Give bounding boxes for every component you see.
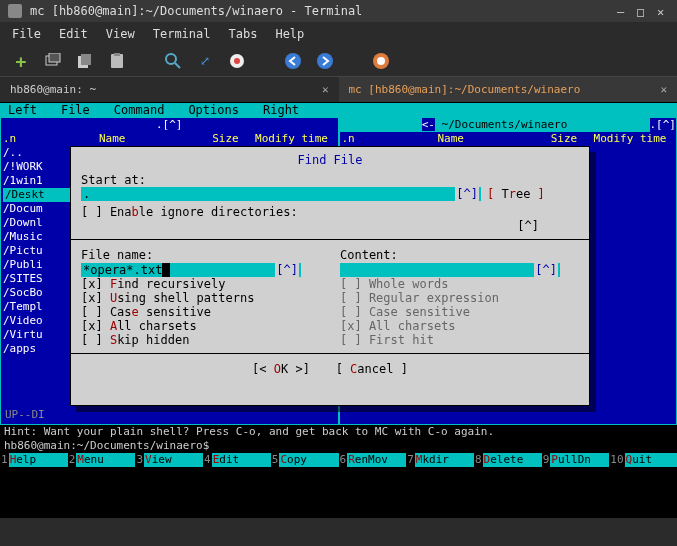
checkbox-option[interactable]: [x] Using shell patterns [81, 291, 320, 305]
fkey-3[interactable]: 3View [135, 453, 203, 467]
terminal-area: Left File Command Options Right .[^] .n … [0, 102, 677, 518]
close-button[interactable]: ✕ [657, 5, 669, 17]
fkey-1[interactable]: 1Help [0, 453, 68, 467]
fkey-9[interactable]: 9PullDn [542, 453, 610, 467]
search-icon[interactable] [164, 52, 182, 70]
find-file-dialog: Find File Start at: .[^] [ Tree ] [ ] En… [70, 146, 590, 406]
history-icon[interactable]: [^] [455, 187, 479, 201]
checkbox-option[interactable]: [x] All charsets [81, 319, 320, 333]
menu-view[interactable]: View [106, 27, 135, 41]
filename-label: File name: [81, 248, 320, 262]
menu-terminal[interactable]: Terminal [153, 27, 211, 41]
svg-point-6 [166, 54, 176, 64]
checkbox-option[interactable]: [ ] Skip hidden [81, 333, 320, 347]
new-window-icon[interactable] [44, 52, 62, 70]
left-footer: UP--DI [1, 406, 49, 424]
checkbox-option[interactable]: [ ] Case sensitive [340, 305, 579, 319]
svg-rect-3 [81, 54, 91, 65]
fkey-7[interactable]: 7Mkdir [406, 453, 474, 467]
menu-tabs[interactable]: Tabs [229, 27, 258, 41]
left-columns: .n Name Size Modify time [1, 132, 338, 146]
mc-menu-options[interactable]: Options [188, 103, 239, 117]
window-title: mc [hb860@main]:~/Documents/winaero - Te… [30, 4, 609, 18]
fkey-10[interactable]: 10Quit [609, 453, 677, 467]
tab-inactive[interactable]: hb860@main: ~ ✕ [0, 77, 339, 102]
paste-icon[interactable] [108, 52, 126, 70]
checkbox-option[interactable]: [x] All charsets [340, 319, 579, 333]
dialog-title: Find File [81, 153, 579, 167]
cancel-button[interactable]: [ Cancel ] [334, 362, 410, 376]
svg-rect-1 [49, 53, 60, 62]
ignore-dirs-checkbox[interactable]: [ ] Enable ignore directories: [81, 205, 298, 219]
forward-icon[interactable] [316, 52, 334, 70]
content-label: Content: [340, 248, 579, 262]
tab-label: mc [hb860@main]:~/Documents/winaero [349, 83, 581, 96]
fkey-5[interactable]: 5Copy [271, 453, 339, 467]
app-menubar: File Edit View Terminal Tabs Help [0, 22, 677, 46]
svg-point-13 [377, 57, 385, 65]
hint-bar: Hint: Want your plain shell? Press C-o, … [0, 425, 677, 439]
menu-help[interactable]: Help [275, 27, 304, 41]
app-icon [8, 4, 22, 18]
svg-point-10 [285, 53, 301, 69]
checkbox-option[interactable]: [ ] Regular expression [340, 291, 579, 305]
terminal-tabs: hb860@main: ~ ✕ mc [hb860@main]:~/Docume… [0, 76, 677, 102]
close-tab-icon[interactable]: ✕ [322, 83, 329, 96]
right-path: <- ~/Documents/winaero .[^] [340, 118, 677, 132]
preferences-icon[interactable] [228, 52, 246, 70]
svg-rect-4 [111, 54, 123, 68]
maximize-button[interactable]: □ [637, 5, 649, 17]
svg-point-9 [234, 58, 240, 64]
mc-menubar: Left File Command Options Right [0, 103, 677, 117]
content-input[interactable]: [^] [340, 263, 560, 277]
shell-prompt[interactable]: hb860@main:~/Documents/winaero$ [0, 439, 677, 453]
window-titlebar: mc [hb860@main]:~/Documents/winaero - Te… [0, 0, 677, 22]
new-tab-icon[interactable]: + [12, 52, 30, 70]
checkbox-option[interactable]: [ ] Whole words [340, 277, 579, 291]
left-path: .[^] [1, 118, 338, 132]
svg-line-7 [175, 63, 180, 68]
checkbox-option[interactable]: [ ] Case sensitive [81, 305, 320, 319]
tab-label: hb860@main: ~ [10, 83, 96, 96]
fullscreen-icon[interactable]: ⤢ [196, 52, 214, 70]
history-icon[interactable]: [^] [275, 263, 299, 277]
tab-active[interactable]: mc [hb860@main]:~/Documents/winaero ✕ [339, 77, 678, 102]
filename-input[interactable]: *opera*.txt [^] [81, 263, 301, 277]
mc-menu-command[interactable]: Command [114, 103, 165, 117]
svg-rect-5 [114, 53, 120, 56]
close-tab-icon[interactable]: ✕ [660, 83, 667, 96]
back-icon[interactable] [284, 52, 302, 70]
tree-button[interactable]: [ Tree ] [487, 187, 545, 201]
start-at-input[interactable]: .[^] [81, 187, 481, 201]
menu-file[interactable]: File [12, 27, 41, 41]
history-icon[interactable]: [^] [517, 219, 539, 233]
right-columns: .n Name Size Modify time [340, 132, 677, 146]
start-at-label: Start at: [81, 173, 579, 187]
function-key-bar: 1Help2Menu3View4Edit5Copy6RenMov7Mkdir8D… [0, 453, 677, 467]
menu-edit[interactable]: Edit [59, 27, 88, 41]
svg-point-11 [317, 53, 333, 69]
checkbox-option[interactable]: [x] Find recursively [81, 277, 320, 291]
help-icon[interactable] [372, 52, 390, 70]
minimize-button[interactable]: – [617, 5, 629, 17]
fkey-4[interactable]: 4Edit [203, 453, 271, 467]
fkey-6[interactable]: 6RenMov [339, 453, 407, 467]
copy-icon[interactable] [76, 52, 94, 70]
toolbar: + ⤢ [0, 46, 677, 76]
mc-menu-left[interactable]: Left [8, 103, 37, 117]
ok-button[interactable]: [< OK >] [250, 362, 312, 376]
checkbox-option[interactable]: [ ] First hit [340, 333, 579, 347]
fkey-2[interactable]: 2Menu [68, 453, 136, 467]
fkey-8[interactable]: 8Delete [474, 453, 542, 467]
history-icon[interactable]: [^] [534, 263, 558, 277]
mc-menu-file[interactable]: File [61, 103, 90, 117]
mc-menu-right[interactable]: Right [263, 103, 299, 117]
